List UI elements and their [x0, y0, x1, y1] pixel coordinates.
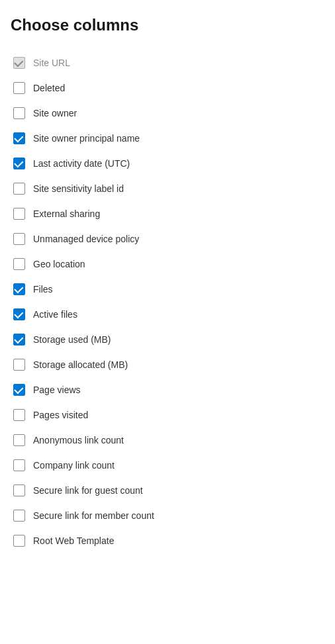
checkbox-anonymous-link-count[interactable]: [13, 434, 25, 446]
label-storage-used: Storage used (MB): [33, 334, 111, 345]
page-title: Choose columns: [11, 16, 324, 34]
checkbox-secure-link-member[interactable]: [13, 510, 25, 522]
column-item-secure-link-guest[interactable]: Secure link for guest count: [11, 478, 324, 503]
label-files: Files: [33, 284, 53, 295]
column-item-storage-used[interactable]: Storage used (MB): [11, 327, 324, 352]
label-last-activity-date: Last activity date (UTC): [33, 158, 130, 169]
column-item-page-views[interactable]: Page views: [11, 377, 324, 402]
checkbox-site-sensitivity-label-id[interactable]: [13, 183, 25, 195]
label-storage-allocated: Storage allocated (MB): [33, 359, 128, 370]
label-site-url: Site URL: [33, 58, 70, 68]
checkbox-external-sharing[interactable]: [13, 208, 25, 220]
label-active-files: Active files: [33, 309, 77, 320]
checkbox-secure-link-guest[interactable]: [13, 484, 25, 496]
label-unmanaged-device-policy: Unmanaged device policy: [33, 234, 139, 244]
checkbox-deleted[interactable]: [13, 82, 25, 94]
column-item-site-owner-principal-name[interactable]: Site owner principal name: [11, 126, 324, 151]
checkbox-storage-used[interactable]: [13, 334, 25, 345]
column-item-unmanaged-device-policy[interactable]: Unmanaged device policy: [11, 226, 324, 252]
column-item-last-activity-date[interactable]: Last activity date (UTC): [11, 151, 324, 176]
column-item-active-files[interactable]: Active files: [11, 302, 324, 327]
label-deleted: Deleted: [33, 83, 65, 93]
checkbox-site-owner-principal-name[interactable]: [13, 132, 25, 144]
column-item-pages-visited[interactable]: Pages visited: [11, 402, 324, 428]
label-pages-visited: Pages visited: [33, 410, 88, 420]
label-site-owner: Site owner: [33, 108, 77, 118]
label-site-owner-principal-name: Site owner principal name: [33, 133, 140, 144]
column-item-root-web-template[interactable]: Root Web Template: [11, 528, 324, 553]
column-item-site-owner[interactable]: Site owner: [11, 101, 324, 126]
column-item-storage-allocated[interactable]: Storage allocated (MB): [11, 352, 324, 377]
column-item-geo-location[interactable]: Geo location: [11, 252, 324, 277]
column-item-company-link-count[interactable]: Company link count: [11, 453, 324, 478]
column-item-site-url: Site URL: [11, 50, 324, 75]
label-secure-link-guest: Secure link for guest count: [33, 485, 143, 496]
checkbox-page-views[interactable]: [13, 384, 25, 396]
column-item-anonymous-link-count[interactable]: Anonymous link count: [11, 428, 324, 453]
checkbox-files[interactable]: [13, 283, 25, 295]
checkbox-site-owner[interactable]: [13, 107, 25, 119]
label-company-link-count: Company link count: [33, 460, 115, 471]
checkbox-last-activity-date[interactable]: [13, 158, 25, 169]
label-secure-link-member: Secure link for member count: [33, 510, 154, 521]
label-anonymous-link-count: Anonymous link count: [33, 435, 124, 445]
checkbox-site-url: [13, 57, 25, 69]
label-site-sensitivity-label-id: Site sensitivity label id: [33, 183, 124, 194]
label-root-web-template: Root Web Template: [33, 535, 114, 546]
checkbox-active-files[interactable]: [13, 308, 25, 320]
checkbox-pages-visited[interactable]: [13, 409, 25, 421]
checkbox-unmanaged-device-policy[interactable]: [13, 233, 25, 245]
checkbox-geo-location[interactable]: [13, 258, 25, 270]
checkbox-company-link-count[interactable]: [13, 459, 25, 471]
column-item-secure-link-member[interactable]: Secure link for member count: [11, 503, 324, 528]
column-item-external-sharing[interactable]: External sharing: [11, 201, 324, 226]
checkbox-storage-allocated[interactable]: [13, 359, 25, 371]
label-page-views: Page views: [33, 385, 81, 395]
column-item-site-sensitivity-label-id[interactable]: Site sensitivity label id: [11, 176, 324, 201]
label-geo-location: Geo location: [33, 259, 85, 269]
label-external-sharing: External sharing: [33, 208, 100, 219]
checkbox-root-web-template[interactable]: [13, 535, 25, 547]
column-item-files[interactable]: Files: [11, 277, 324, 302]
column-list: Site URLDeletedSite ownerSite owner prin…: [11, 50, 324, 553]
column-item-deleted[interactable]: Deleted: [11, 75, 324, 101]
